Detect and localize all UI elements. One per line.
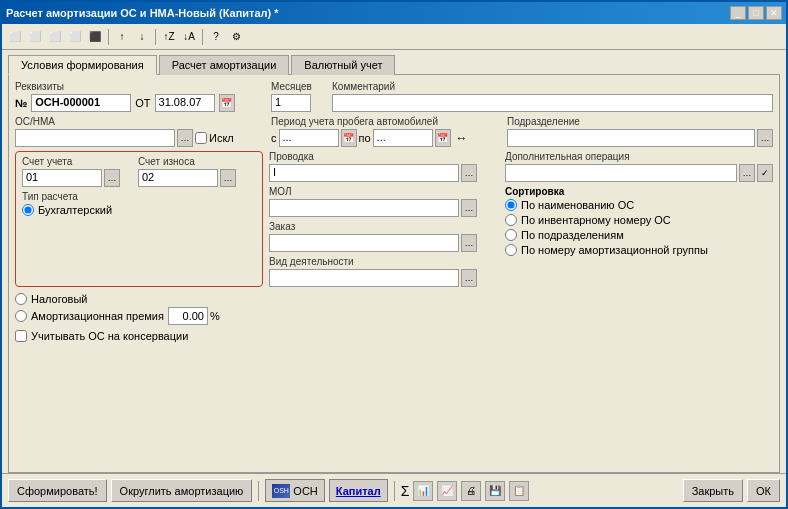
id-field[interactable]: ОСН-000001 [31, 94, 131, 112]
osnma-select-btn[interactable]: … [177, 129, 193, 147]
dop-operaciya-btn[interactable]: … [739, 164, 755, 182]
zakaz-label: Заказ [269, 221, 499, 232]
toolbar-btn-1[interactable]: ⬜ [6, 28, 24, 46]
podrazdelenie-group: Подразделение … [507, 116, 773, 147]
uchityvat-checkbox[interactable] [15, 330, 27, 342]
sort-radio-4[interactable]: По номеру амортизационной группы [505, 244, 773, 256]
osnma-field[interactable] [15, 129, 175, 147]
schet-ucheta-btn[interactable]: … [104, 169, 120, 187]
okruglyt-button[interactable]: Округлить амортизацию [111, 479, 253, 502]
radio-nalogovyy[interactable]: Налоговый [15, 293, 263, 305]
tab-amortization[interactable]: Расчет амортизации [159, 55, 290, 75]
dop-operaciya-group: Дополнительная операция … ✓ [505, 151, 773, 182]
iskl-label: Искл [209, 132, 234, 144]
amort-percent-input[interactable]: 0.00 [168, 307, 208, 325]
uchityvat-checkbox-label[interactable]: Учитывать ОС на консервации [15, 330, 263, 342]
schet-iznosa-group: Счет износа 02 … [138, 156, 248, 187]
podrazdelenie-field[interactable] [507, 129, 755, 147]
sort-label-3: По подразделениям [521, 229, 624, 241]
sort-radio-2[interactable]: По инвентарному номеру ОС [505, 214, 773, 226]
tip-rascheta-label: Тип расчета [22, 191, 256, 202]
footer-icon-1[interactable]: 📊 [413, 481, 433, 501]
close-button[interactable]: ✕ [766, 6, 782, 20]
toolbar-sep-1 [108, 29, 109, 45]
rekvizity-group: Реквизиты № ОСН-000001 ОТ 31.08.07 📅 [15, 81, 265, 112]
footer-icon-3[interactable]: 🖨 [461, 481, 481, 501]
mol-btn[interactable]: … [461, 199, 477, 217]
period-from-picker[interactable]: 📅 [341, 129, 357, 147]
mol-field[interactable] [269, 199, 459, 217]
zakaz-field[interactable] [269, 234, 459, 252]
middle-col: Проводка I … МОЛ … Заказ [269, 151, 499, 287]
radio-buhgalterskiy[interactable]: Бухгалтерский [22, 204, 256, 216]
podrazdelenie-label: Подразделение [507, 116, 773, 127]
provodka-btn[interactable]: … [461, 164, 477, 182]
buhgalterskiy-label: Бухгалтерский [38, 204, 112, 216]
date-field[interactable]: 31.08.07 [155, 94, 215, 112]
zakaz-fields: … [269, 234, 499, 252]
footer-icon-2[interactable]: 📈 [437, 481, 457, 501]
sort-radio-3[interactable]: По подразделениям [505, 229, 773, 241]
toolbar-sort-asc[interactable]: ↑Z [160, 28, 178, 46]
num-label: № [15, 97, 27, 109]
main-window: Расчет амортизации ОС и НМА-Новый (Капит… [0, 0, 788, 509]
schet-row: Счет учета 01 … Счет износа 02 … [22, 156, 256, 187]
vid-btn[interactable]: … [461, 269, 477, 287]
dop-operaciya-field[interactable] [505, 164, 737, 182]
sort-label-4: По номеру амортизационной группы [521, 244, 708, 256]
schet-iznosa-btn[interactable]: … [220, 169, 236, 187]
sformirovat-button[interactable]: Сформировать! [8, 479, 107, 502]
iskl-checkbox[interactable] [195, 132, 207, 144]
toolbar-sort-desc[interactable]: ↓A [180, 28, 198, 46]
dop-operaciya-fields: … ✓ [505, 164, 773, 182]
footer-icon-4[interactable]: 💾 [485, 481, 505, 501]
provodka-fields: I … [269, 164, 499, 182]
toolbar-btn-5[interactable]: ⬛ [86, 28, 104, 46]
kommentariy-field[interactable] [332, 94, 773, 112]
provodka-field[interactable]: I [269, 164, 459, 182]
toolbar-down-button[interactable]: ↓ [133, 28, 151, 46]
tab-conditions[interactable]: Условия формирования [8, 55, 157, 75]
minimize-button[interactable]: _ [730, 6, 746, 20]
dop-operaciya-check-btn[interactable]: ✓ [757, 164, 773, 182]
sort-radio-1[interactable]: По наименованию ОС [505, 199, 773, 211]
vid-field[interactable] [269, 269, 459, 287]
s-label: с [271, 132, 277, 144]
toolbar-settings[interactable]: ⚙ [227, 28, 245, 46]
toolbar-btn-3[interactable]: ⬜ [46, 28, 64, 46]
period-to-field[interactable]: ... [373, 129, 433, 147]
window-title: Расчет амортизации ОС и НМА-Новый (Капит… [6, 7, 279, 19]
toolbar-up-button[interactable]: ↑ [113, 28, 131, 46]
sort-label-1: По наименованию ОС [521, 199, 634, 211]
toolbar-btn-4[interactable]: ⬜ [66, 28, 84, 46]
toolbar-sep-3 [202, 29, 203, 45]
schet-iznosa-field[interactable]: 02 [138, 169, 218, 187]
footer-bar: Сформировать! Округлить амортизацию OSH … [2, 473, 786, 507]
tab-currency[interactable]: Валютный учет [291, 55, 395, 75]
podrazdelenie-select-btn[interactable]: … [757, 129, 773, 147]
maximize-button[interactable]: □ [748, 6, 764, 20]
schet-ucheta-field[interactable]: 01 [22, 169, 102, 187]
kapital-button[interactable]: Капитал [329, 479, 388, 502]
mesyacev-field[interactable]: 1 [271, 94, 311, 112]
toolbar-btn-2[interactable]: ⬜ [26, 28, 44, 46]
tip-rascheta-radio-group: Бухгалтерский [22, 204, 256, 216]
radio-amort-premiya[interactable]: Амортизационная премия 0.00 % [15, 307, 263, 325]
zakaz-btn[interactable]: … [461, 234, 477, 252]
uchityvat-label: Учитывать ОС на консервации [31, 330, 188, 342]
ok-button[interactable]: ОК [747, 479, 780, 502]
zakryt-button[interactable]: Закрыть [683, 479, 743, 502]
title-bar: Расчет амортизации ОС и НМА-Новый (Капит… [2, 2, 786, 24]
period-to-picker[interactable]: 📅 [435, 129, 451, 147]
osn-button[interactable]: OSH ОСН [265, 479, 324, 502]
schet-iznosa-label: Счет износа [138, 156, 248, 167]
zakaz-group: Заказ … [269, 221, 499, 252]
period-from-field[interactable]: ... [279, 129, 339, 147]
toolbar-help[interactable]: ? [207, 28, 225, 46]
row-osnma: ОС/НМА … Искл Период учета пробега автом… [15, 116, 773, 147]
window-controls: _ □ ✕ [730, 6, 782, 20]
date-picker-button[interactable]: 📅 [219, 94, 235, 112]
provodka-label: Проводка [269, 151, 499, 162]
footer-icon-5[interactable]: 📋 [509, 481, 529, 501]
dop-operaciya-label: Дополнительная операция [505, 151, 773, 162]
